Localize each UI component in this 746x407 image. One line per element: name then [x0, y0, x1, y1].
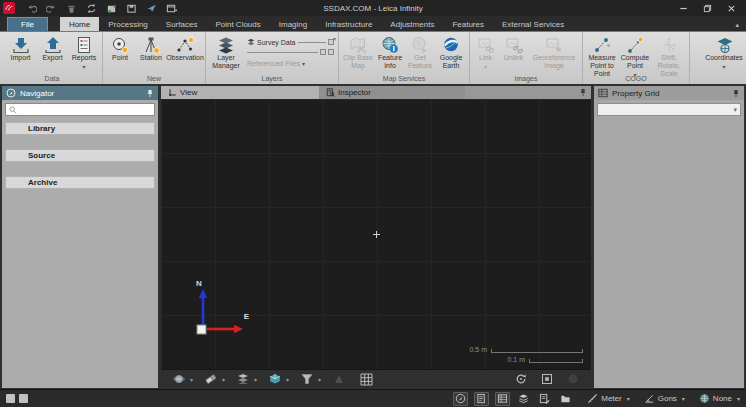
export-label: Export — [42, 54, 62, 62]
referenced-files-dropdown-icon — [302, 60, 305, 67]
tab-infrastructure[interactable]: Infrastructure — [316, 17, 381, 31]
distance-unit-dropdown-icon — [627, 395, 630, 402]
layer-manager-button[interactable]: Layer Manager — [208, 34, 244, 70]
collapse-ribbon-icon[interactable] — [735, 21, 739, 31]
report-status-button[interactable] — [537, 392, 552, 406]
selection-tool-dropdown-icon[interactable] — [222, 376, 225, 383]
new-point-button[interactable]: Point — [105, 34, 135, 62]
project-folder-button[interactable] — [558, 392, 573, 406]
status-indicator-icon[interactable] — [6, 394, 15, 403]
crs-dropdown[interactable]: None — [699, 393, 740, 404]
navigator-item-source[interactable]: Source — [5, 149, 155, 162]
tab-surfaces[interactable]: Surfaces — [157, 17, 207, 31]
redo-icon[interactable] — [46, 3, 57, 14]
ribbon-group-data: Import Export Reports Data — [2, 32, 103, 84]
toggle-layers-button[interactable] — [516, 392, 531, 406]
coordinates-dropdown-icon — [722, 62, 725, 69]
map-canvas[interactable]: N E 0.5 m 0.1 m — [161, 99, 591, 369]
navigator-item-library[interactable]: Library — [5, 122, 155, 135]
layers-view-dropdown-icon[interactable] — [254, 376, 257, 383]
delete-icon[interactable] — [66, 3, 77, 14]
leica-app-icon[interactable] — [3, 2, 15, 14]
scale-bars: 0.5 m 0.1 m — [469, 346, 583, 363]
point-label: Point — [112, 54, 128, 62]
undo-icon[interactable] — [26, 3, 37, 14]
clip-base-map-label: Clip Base Map — [341, 54, 375, 70]
window-controls — [679, 0, 736, 17]
ribbon: Import Export Reports Data Point — [0, 32, 746, 84]
toggle-navigator-button[interactable] — [453, 392, 468, 406]
layer-list-dropdown-icon[interactable] — [333, 35, 336, 42]
save-icon[interactable] — [126, 3, 137, 14]
quick-access-toolbar — [26, 3, 177, 14]
crs-dropdown-icon — [737, 395, 740, 402]
import-icon — [12, 35, 30, 54]
view-tab-strip: View Inspector — [161, 86, 591, 99]
coordinates-button[interactable]: Coordinates — [698, 34, 746, 69]
view-mode-cube-button[interactable] — [269, 373, 281, 385]
view-orientation-dropdown-icon[interactable] — [190, 376, 193, 383]
toggle-property-grid-button[interactable] — [495, 392, 510, 406]
minimize-button[interactable] — [679, 0, 688, 17]
tab-external-services[interactable]: External Services — [493, 17, 573, 31]
google-earth-button[interactable]: Google Earth — [435, 34, 467, 70]
main-area: Navigator Library Source Archive View — [0, 84, 746, 389]
status-bar: Meter Gons None — [0, 389, 746, 407]
canvas-center-crosshair — [373, 231, 380, 238]
tab-inspector[interactable]: Inspector — [319, 86, 465, 99]
pin-icon[interactable] — [146, 89, 154, 98]
new-window-icon[interactable] — [166, 3, 177, 14]
layers-view-button[interactable] — [237, 373, 249, 385]
angle-unit-dropdown[interactable]: Gons — [644, 393, 685, 404]
compute-point-button[interactable]: Compute Point — [619, 34, 651, 77]
zoom-extents-button[interactable] — [541, 373, 553, 385]
tab-features[interactable]: Features — [443, 17, 493, 31]
selection-tool-button[interactable] — [205, 373, 217, 385]
unlink-label: Unlink — [504, 54, 523, 62]
import-button[interactable]: Import — [4, 34, 37, 62]
layer-row-survey-data[interactable]: Survey Data — [247, 37, 334, 47]
navigator-item-archive[interactable]: Archive — [5, 176, 155, 189]
feature-info-button[interactable]: Feature Info — [375, 34, 405, 70]
tab-view[interactable]: View — [161, 86, 319, 99]
filter-dropdown-icon[interactable] — [318, 376, 321, 383]
distance-unit-dropdown[interactable]: Meter — [587, 393, 629, 404]
pin-icon[interactable] — [579, 86, 591, 99]
referenced-files-dropdown[interactable]: Referenced Files — [247, 60, 334, 67]
toggle-inspector-button[interactable] — [474, 392, 489, 406]
group-label-coordinates — [692, 74, 746, 84]
reports-button[interactable]: Reports — [68, 34, 100, 69]
property-object-select[interactable] — [597, 103, 741, 116]
pin-icon[interactable] — [732, 89, 740, 98]
restore-button[interactable] — [703, 0, 712, 17]
tab-imaging[interactable]: Imaging — [270, 17, 316, 31]
sync-icon[interactable] — [86, 3, 97, 14]
layer-visibility-checkbox[interactable] — [320, 49, 326, 55]
new-station-button[interactable]: Station — [135, 34, 167, 62]
refresh-view-button[interactable] — [515, 373, 527, 385]
navigator-search-input[interactable] — [5, 103, 155, 116]
archive-icon[interactable] — [106, 3, 117, 14]
new-observation-button[interactable]: Observation — [167, 34, 203, 62]
tab-processing[interactable]: Processing — [99, 17, 157, 31]
publish-icon[interactable] — [146, 3, 157, 14]
view-orientation-button[interactable] — [173, 373, 185, 385]
grid-toggle-button[interactable] — [360, 373, 373, 386]
coordinates-label: Coordinates — [705, 54, 743, 62]
group-label-images: Images — [472, 74, 580, 84]
layer-visibility-checkbox[interactable] — [328, 49, 334, 55]
tab-point-clouds[interactable]: Point Clouds — [206, 17, 269, 31]
export-button[interactable]: Export — [37, 34, 68, 62]
tab-home[interactable]: Home — [60, 17, 99, 31]
view-tab-label: View — [180, 88, 197, 97]
search-icon — [9, 106, 17, 114]
filter-button[interactable] — [301, 373, 313, 385]
status-indicator-icon[interactable] — [19, 394, 28, 403]
view-mode-dropdown-icon[interactable] — [286, 376, 289, 383]
tab-adjustments[interactable]: Adjustments — [381, 17, 443, 31]
angle-unit-dropdown-icon — [682, 395, 685, 402]
tab-file[interactable]: File — [7, 17, 48, 31]
view-axis-icon — [168, 88, 177, 97]
close-button[interactable] — [727, 0, 736, 17]
measure-point-to-point-button[interactable]: Measure Point to Point — [585, 34, 619, 78]
